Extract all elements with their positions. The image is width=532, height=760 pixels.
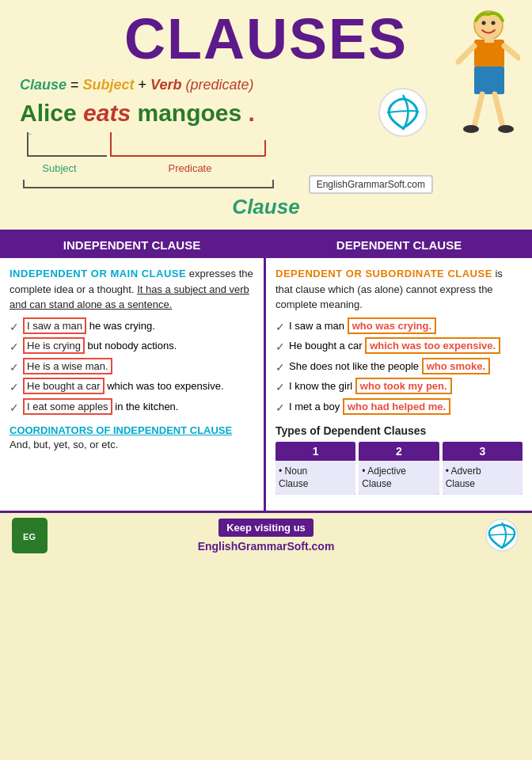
svg-text:EG: EG: [23, 532, 36, 542]
list-item: ✓ He bought a car which was too expensiv…: [276, 339, 522, 355]
type-num: 3: [443, 442, 522, 461]
list-item: ✓ I met a boy who had helped me.: [276, 400, 522, 416]
dependent-intro: DEPENDENT OR SUBORDINATE CLAUSE is that …: [276, 266, 522, 313]
box-highlight: He bought a car: [23, 378, 104, 394]
svg-text:⌐: ⌐: [28, 130, 32, 138]
box-highlight: He is crying: [23, 337, 85, 354]
character-illustration: [441, 8, 520, 135]
svg-text:Subject: Subject: [42, 162, 77, 174]
footer-logo-right: [484, 518, 520, 553]
bracket-diagram: ⌐ Subject Predicate: [20, 128, 305, 195]
type-content: • AdjectiveClause: [359, 461, 439, 496]
svg-point-10: [463, 125, 479, 133]
checkmark: ✓: [10, 320, 19, 336]
svg-point-11: [498, 125, 514, 133]
dependent-examples: ✓ I saw a man who was crying. ✓ He bough…: [276, 319, 522, 416]
two-column-layout: INDEPENDENT CLAUSE INDEPENDENT OR MAIN C…: [0, 232, 532, 511]
independent-highlight: INDEPENDENT OR MAIN CLAUSE: [10, 268, 186, 279]
svg-line-6: [458, 46, 474, 62]
footer-logo: EG: [12, 518, 48, 553]
checkmark: ✓: [10, 340, 19, 355]
example-eats: eats: [83, 100, 131, 126]
example-text: He bought a car which was too expensive.: [23, 379, 224, 393]
dep-box: who took my pen.: [355, 378, 452, 394]
independent-intro: INDEPENDENT OR MAIN CLAUSE expresses the…: [10, 266, 254, 313]
independent-clause-header: INDEPENDENT CLAUSE: [0, 232, 264, 258]
svg-line-8: [474, 94, 482, 127]
type-num: 2: [359, 442, 439, 461]
footer-keep: Keep visiting us EnglishGrammarSoft.com: [55, 519, 477, 553]
checkmark: ✓: [10, 360, 19, 376]
clause-label: Clause: [12, 195, 520, 226]
independent-examples: ✓ I saw a man he was crying. ✓ He is cry…: [10, 319, 254, 416]
checkmark: ✓: [10, 380, 19, 396]
dep-box: who had helped me.: [343, 398, 450, 415]
type-col-1: 1 • NounClause: [276, 442, 355, 496]
box-highlight: I saw a man: [23, 317, 86, 334]
svg-rect-4: [474, 66, 504, 94]
example-text: He is crying but nobody actions.: [23, 339, 177, 353]
website-url: EnglishGrammarSoft.com: [317, 179, 425, 190]
svg-line-7: [504, 46, 519, 58]
checkmark: ✓: [276, 340, 285, 355]
example-text: I saw a man he was crying.: [23, 319, 155, 333]
box-highlight: I eat some apples: [23, 398, 112, 415]
checkmark: ✓: [276, 401, 285, 416]
list-item: ✓ She does not like the people who smoke…: [276, 359, 522, 376]
example-text: I saw a man who was crying.: [289, 319, 436, 333]
svg-text:Predicate: Predicate: [169, 162, 212, 174]
dep-box: who smoke.: [422, 358, 490, 374]
list-item: ✓ He is a wise man.: [10, 359, 254, 376]
formula-subject: Subject: [83, 77, 135, 93]
svg-point-2: [492, 21, 496, 25]
dep-box: who was crying.: [348, 317, 436, 334]
list-item: ✓ He is crying but nobody actions.: [10, 339, 254, 355]
type-col-2: 2 • AdjectiveClause: [359, 442, 439, 496]
footer-section: EG Keep visiting us EnglishGrammarSoft.c…: [0, 511, 532, 558]
type-col-3: 3 • AdverbClause: [443, 442, 522, 496]
list-item: ✓ I saw a man he was crying.: [10, 319, 254, 336]
list-item: ✓ I eat some apples in the kitchen.: [10, 400, 254, 416]
type-content: • AdverbClause: [443, 461, 522, 496]
example-text: He bought a car which was too expensive.: [289, 339, 500, 353]
types-title: Types of Dependent Clauses: [276, 424, 522, 437]
example-mangoes: mangoes: [137, 100, 241, 126]
svg-point-1: [482, 21, 486, 25]
example-text: He is a wise man.: [23, 359, 112, 374]
list-item: ✓ He bought a car which was too expensiv…: [10, 379, 254, 396]
dep-box: which was too expensive.: [365, 337, 500, 354]
formula-verb: Verb: [150, 77, 181, 93]
top-section: CLAUSES Clause = Subject + Verb (predica…: [0, 0, 532, 230]
footer-website: EnglishGrammarSoft.com: [198, 540, 335, 553]
types-section: Types of Dependent Clauses 1 • NounClaus…: [276, 424, 522, 496]
formula-plus: +: [139, 77, 151, 93]
coordinators-text: And, but, yet, so, or etc.: [10, 439, 254, 450]
checkmark: ✓: [276, 380, 285, 396]
type-content: • NounClause: [276, 461, 355, 496]
example-text: I know the girl who took my pen.: [289, 379, 452, 393]
example-text: She does not like the people who smoke.: [289, 359, 490, 374]
formula-equals: =: [70, 77, 83, 93]
svg-rect-3: [474, 40, 504, 67]
list-item: ✓ I saw a man who was crying.: [276, 319, 522, 336]
independent-clause-column: INDEPENDENT CLAUSE INDEPENDENT OR MAIN C…: [0, 232, 266, 511]
type-num: 1: [276, 442, 355, 461]
dependent-clause-column: DEPENDENT CLAUSE DEPENDENT OR SUBORDINAT…: [266, 232, 532, 511]
checkmark: ✓: [276, 360, 285, 376]
svg-line-9: [495, 94, 503, 127]
types-table: 1 • NounClause 2 • AdjectiveClause 3 • A…: [276, 442, 522, 496]
example-text: I met a boy who had helped me.: [289, 400, 450, 414]
svg-rect-5: [484, 38, 494, 43]
bottom-section: INDEPENDENT CLAUSE INDEPENDENT OR MAIN C…: [0, 230, 532, 558]
formula-predicate: (predicate): [185, 77, 253, 93]
footer-keep-text: Keep visiting us: [218, 519, 314, 537]
list-item: ✓ I know the girl who took my pen.: [276, 379, 522, 396]
formula-clause: Clause: [20, 77, 66, 93]
example-text: I eat some apples in the kitchen.: [23, 400, 178, 414]
example-alice: Alice: [20, 100, 77, 126]
coordinators-title: COORDINATORS OF INDEPENDENT CLAUSE: [10, 424, 254, 436]
box-highlight: He is a wise man.: [23, 358, 112, 374]
checkmark: ✓: [276, 320, 285, 336]
example-dot: .: [249, 100, 255, 126]
dependent-clause-header: DEPENDENT CLAUSE: [266, 232, 532, 258]
